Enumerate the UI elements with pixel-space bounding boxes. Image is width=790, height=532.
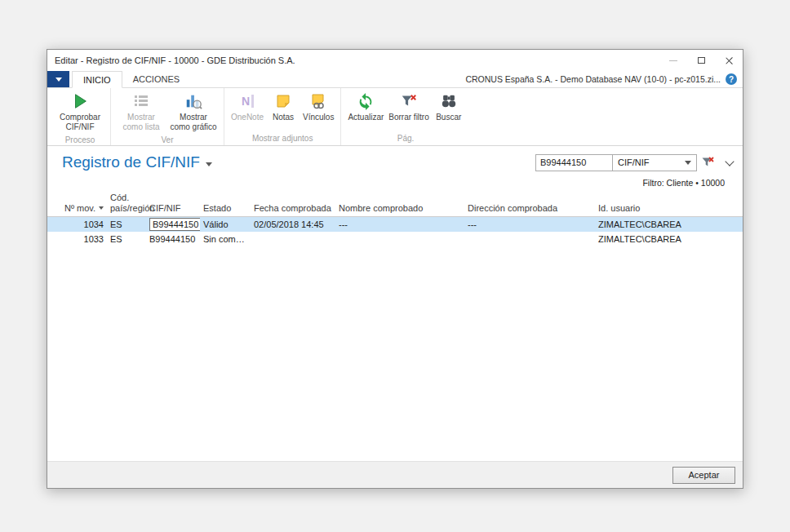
group-label-proceso: Proceso bbox=[54, 133, 106, 147]
minimize-icon bbox=[669, 60, 677, 61]
play-icon bbox=[71, 91, 89, 111]
mostrar-como-grafico-button[interactable]: Mostrar como gráfico bbox=[167, 91, 220, 133]
cell-n-mov[interactable]: 1033 bbox=[47, 232, 107, 246]
cell-cif[interactable]: B99444150 bbox=[146, 217, 200, 233]
group-label-ver: Ver bbox=[115, 133, 220, 147]
button-label: Actualizar bbox=[348, 113, 384, 122]
cell-pais[interactable]: ES bbox=[107, 232, 146, 246]
borrar-filtro-button[interactable]: Borrar filtro bbox=[386, 91, 431, 123]
button-label: Borrar filtro bbox=[388, 113, 428, 122]
button-label: Mostrar como gráfico bbox=[170, 113, 217, 132]
vinculos-button[interactable]: Vínculos bbox=[300, 91, 336, 123]
accept-button[interactable]: Aceptar bbox=[672, 467, 735, 484]
button-label: Comprobar CIF/NIF bbox=[56, 113, 104, 132]
help-icon[interactable]: ? bbox=[726, 73, 737, 85]
onenote-button: N OneNote bbox=[229, 91, 266, 123]
button-label: Notas bbox=[273, 113, 294, 122]
cell-estado[interactable]: Válido bbox=[200, 217, 251, 233]
chart-magnifier-icon bbox=[184, 91, 202, 111]
cell-cif[interactable]: B99444150 bbox=[146, 232, 200, 246]
links-icon bbox=[310, 91, 326, 111]
cell-direccion[interactable]: --- bbox=[464, 217, 595, 233]
window-title: Editar - Registro de CIF/NIF - 10000 - G… bbox=[47, 55, 659, 65]
filter-funnel-icon bbox=[701, 156, 714, 169]
binoculars-icon bbox=[440, 91, 458, 111]
filter-column-label: CIF/NIF bbox=[618, 157, 650, 167]
sort-desc-icon bbox=[99, 206, 104, 210]
col-header-n-mov[interactable]: Nº mov. bbox=[47, 191, 107, 217]
cell-estado[interactable]: Sin comprob... bbox=[200, 232, 251, 246]
ribbon-group-mostrar-adjuntos: N OneNote Notas Vínculos Mostra bbox=[224, 88, 340, 145]
nav-edit-window: Editar - Registro de CIF/NIF - 10000 - G… bbox=[47, 49, 743, 489]
group-label-pag: Pág. bbox=[345, 131, 465, 145]
group-label-mostrar-adjuntos: Mostrar adjuntos bbox=[229, 131, 336, 145]
col-header-direccion-comprobada[interactable]: Dirección comprobada bbox=[464, 191, 595, 217]
chevron-down-icon bbox=[55, 78, 62, 82]
page-content: Registro de CIF/NIF CIF/NIF Filtro: Clie… bbox=[47, 146, 743, 488]
close-icon bbox=[725, 56, 734, 65]
col-header-nombre-comprobado[interactable]: Nombre comprobado bbox=[335, 191, 464, 217]
buscar-button[interactable]: Buscar bbox=[432, 91, 466, 123]
col-header-fecha-comprobada[interactable]: Fecha comprobada bbox=[251, 191, 335, 217]
ribbon-tab-strip: INICIO ACCIONES CRONUS España S.A. - Dem… bbox=[47, 71, 743, 88]
cif-nif-table: Nº mov. Cód. país/región CIF/NIF Estado … bbox=[47, 191, 743, 246]
button-label: Mostrar como lista bbox=[118, 113, 165, 132]
empty-grid-area bbox=[47, 246, 743, 461]
clear-filter-icon bbox=[400, 91, 418, 111]
maximize-button[interactable] bbox=[687, 50, 715, 71]
filter-box: CIF/NIF bbox=[535, 154, 697, 171]
comprobar-cif-nif-button[interactable]: Comprobar CIF/NIF bbox=[54, 91, 106, 133]
button-label: OneNote bbox=[231, 113, 264, 122]
col-header-pais-region[interactable]: Cód. país/región bbox=[107, 191, 146, 217]
actualizar-button[interactable]: Actualizar bbox=[345, 91, 386, 123]
ribbon-group-pag: Actualizar Borrar filtro Buscar Pág. bbox=[340, 88, 469, 145]
company-info: CRONUS España S.A. - Demo Database NAV (… bbox=[465, 74, 721, 84]
maximize-icon bbox=[698, 57, 705, 64]
sticky-note-icon bbox=[275, 91, 291, 111]
ribbon-group-ver: Mostrar como lista Mostrar como gráfico … bbox=[110, 88, 224, 145]
cell-nombre[interactable] bbox=[335, 232, 464, 246]
cell-nombre[interactable]: --- bbox=[335, 217, 464, 233]
col-header-id-usuario[interactable]: Id. usuario bbox=[595, 191, 743, 217]
button-label: Vínculos bbox=[303, 113, 334, 122]
col-header-estado[interactable]: Estado bbox=[200, 191, 251, 217]
cell-usuario[interactable]: ZIMALTEC\CBAREA bbox=[595, 232, 743, 246]
page-title: Registro de CIF/NIF bbox=[62, 153, 212, 171]
cell-pais[interactable]: ES bbox=[107, 217, 146, 233]
filter-menu-button[interactable] bbox=[701, 156, 714, 169]
title-bar: Editar - Registro de CIF/NIF - 10000 - G… bbox=[47, 50, 743, 71]
list-view-icon bbox=[133, 91, 149, 111]
table-row[interactable]: 1034 ES B99444150 Válido 02/05/2018 14:4… bbox=[47, 217, 743, 233]
tab-acciones[interactable]: ACCIONES bbox=[122, 71, 190, 87]
tab-inicio[interactable]: INICIO bbox=[72, 71, 122, 88]
table-header-row: Nº mov. Cód. país/región CIF/NIF Estado … bbox=[47, 191, 743, 217]
filter-value-input[interactable] bbox=[536, 155, 612, 171]
table-row[interactable]: 1033 ES B99444150 Sin comprob... ZIMALTE… bbox=[47, 232, 743, 246]
cell-direccion[interactable] bbox=[464, 232, 595, 246]
footer-bar: Aceptar bbox=[47, 461, 743, 488]
application-menu-button[interactable] bbox=[47, 71, 69, 87]
close-button[interactable] bbox=[715, 50, 743, 71]
collapse-chevron-icon[interactable] bbox=[725, 157, 734, 166]
filter-info: Filtro: Cliente • 10000 bbox=[47, 171, 743, 190]
cell-n-mov[interactable]: 1034 bbox=[47, 217, 107, 233]
chevron-down-icon bbox=[685, 161, 691, 165]
svg-text:N: N bbox=[242, 95, 250, 108]
notas-button[interactable]: Notas bbox=[266, 91, 300, 123]
ribbon-group-proceso: Comprobar CIF/NIF Proceso bbox=[50, 88, 110, 145]
mostrar-como-lista-button: Mostrar como lista bbox=[115, 91, 167, 133]
ribbon: Comprobar CIF/NIF Proceso Mostrar como l… bbox=[47, 88, 743, 146]
cell-fecha[interactable] bbox=[251, 232, 335, 246]
filter-column-select[interactable]: CIF/NIF bbox=[612, 155, 696, 171]
button-label: Buscar bbox=[436, 113, 461, 122]
refresh-icon bbox=[357, 91, 375, 111]
onenote-icon: N bbox=[239, 91, 255, 111]
minimize-button[interactable] bbox=[659, 50, 687, 71]
cell-usuario[interactable]: ZIMALTEC\CBAREA bbox=[595, 217, 743, 233]
col-header-cif-nif[interactable]: CIF/NIF bbox=[146, 191, 200, 217]
page-title-dropdown-icon[interactable] bbox=[206, 162, 212, 166]
cell-fecha[interactable]: 02/05/2018 14:45 bbox=[251, 217, 335, 233]
cif-edit-field[interactable]: B99444150 bbox=[149, 218, 200, 231]
